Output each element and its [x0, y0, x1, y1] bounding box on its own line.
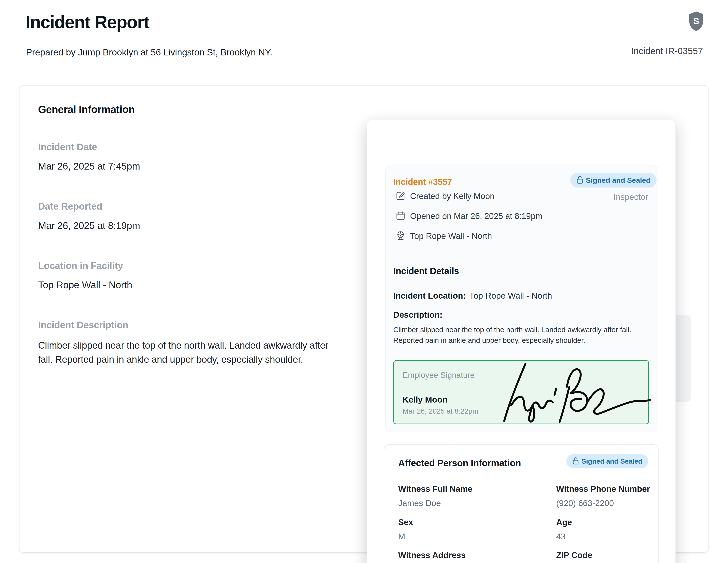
employee-signature-label: Employee Signature [403, 371, 475, 380]
witness-address-label: Witness Address [398, 550, 466, 560]
incident-location-value: Top Rope Wall - North [469, 291, 552, 300]
badge-label: Signed and Sealed [581, 457, 642, 465]
location-text: Top Rope Wall - North [410, 231, 492, 241]
location-facility-label: Location in Facility [38, 260, 123, 271]
date-reported-value: Mar 26, 2025 at 8:19pm [38, 220, 140, 231]
badge-label: Signed and Sealed [586, 176, 651, 184]
incident-date-value: Mar 26, 2025 at 7:45pm [38, 161, 140, 172]
affected-person-title: Affected Person Information [398, 458, 521, 468]
signed-sealed-badge-2: Signed and Sealed [566, 454, 648, 468]
age-value: 43 [556, 532, 565, 541]
incident-location-label: Incident Location: [393, 291, 466, 300]
creator-role: Inspector [614, 192, 648, 202]
signature-image [498, 361, 656, 423]
description-label: Description: [393, 310, 443, 320]
incident-number: Incident #3557 [393, 177, 452, 187]
opened-on-text: Opened on Mar 26, 2025 at 8:19pm [410, 211, 543, 221]
svg-text:S: S [693, 16, 699, 26]
lock-icon [576, 176, 583, 185]
created-by-text: Created by Kelly Moon [410, 191, 494, 201]
date-reported-label: Date Reported [38, 201, 102, 212]
divider [393, 254, 649, 254]
lock-icon [572, 457, 579, 466]
edit-icon [396, 191, 405, 201]
signer-name: Kelly Moon [403, 395, 448, 405]
incident-details-title: Incident Details [393, 266, 459, 276]
incident-location-line: Incident Location:Top Rope Wall - North [393, 291, 552, 301]
zip-code-label: ZIP Code [556, 550, 592, 560]
calendar-icon [396, 211, 405, 221]
incident-date-label: Incident Date [38, 142, 97, 152]
incident-id: Incident IR-03557 [631, 46, 703, 56]
location-row: Top Rope Wall - North [396, 231, 492, 241]
location-facility-value: Top Rope Wall - North [38, 279, 132, 291]
witness-phone-value: (920) 663-2200 [556, 499, 614, 508]
sex-value: M [398, 532, 405, 541]
sex-label: Sex [398, 518, 413, 527]
general-information-title: General Information [38, 103, 135, 115]
age-label: Age [556, 518, 572, 527]
incident-description-text: Climber slipped near the top of the nort… [38, 338, 330, 366]
ferris-wheel-icon [396, 231, 405, 241]
incident-description-label: Incident Description [38, 320, 128, 331]
witness-name-value: James Doe [398, 499, 441, 508]
page-header: Incident Report Prepared by Jump Brookly… [0, 0, 728, 72]
witness-name-label: Witness Full Name [398, 484, 472, 494]
signed-sealed-badge: Signed and Sealed [570, 173, 657, 187]
description-text: Climber slipped near the top of the nort… [393, 325, 651, 346]
shield-logo-icon: S [688, 11, 705, 32]
page-title: Incident Report [26, 12, 149, 32]
created-by-row: Created by Kelly Moon [396, 191, 494, 201]
witness-phone-label: Witness Phone Number [556, 484, 650, 494]
signature-timestamp: Mar 26, 2025 at 8:22pm [403, 407, 478, 415]
opened-on-row: Opened on Mar 26, 2025 at 8:19pm [396, 211, 543, 221]
page-subtitle: Prepared by Jump Brooklyn at 56 Livingst… [26, 47, 272, 58]
